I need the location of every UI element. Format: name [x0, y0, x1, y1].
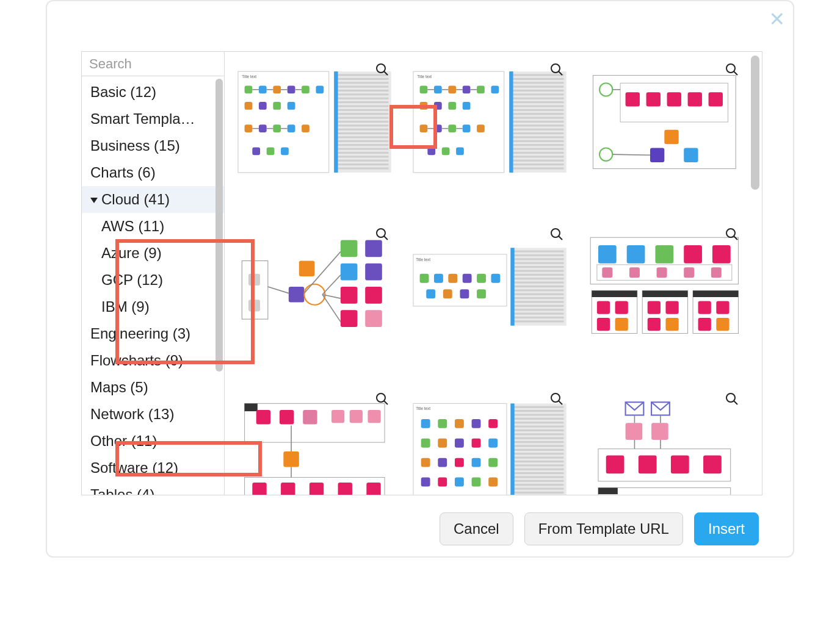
zoom-icon[interactable] [373, 390, 391, 408]
svg-rect-12 [245, 102, 253, 110]
svg-rect-91 [512, 86, 563, 88]
from-template-url-button[interactable]: From Template URL [524, 512, 683, 545]
svg-rect-93 [512, 93, 563, 95]
svg-rect-229 [283, 451, 299, 467]
svg-rect-227 [350, 410, 363, 423]
category-item[interactable]: Flowcharts (9) [82, 347, 224, 374]
svg-rect-97 [512, 109, 563, 111]
cancel-button[interactable]: Cancel [440, 512, 513, 545]
template-gallery: Title textTitle textTitle textTitle text [225, 52, 762, 495]
category-item[interactable]: Tables (4) [82, 481, 224, 495]
svg-rect-94 [512, 98, 563, 99]
chevron-down-icon [90, 198, 98, 203]
category-item[interactable]: IBM (9) [82, 293, 224, 320]
category-item[interactable]: Maps (5) [82, 374, 224, 401]
svg-rect-141 [365, 287, 382, 304]
svg-rect-260 [471, 478, 480, 487]
gallery-scrollbar[interactable] [751, 56, 759, 190]
svg-rect-299 [598, 488, 731, 495]
svg-rect-185 [513, 320, 563, 322]
svg-rect-18 [273, 124, 281, 132]
svg-line-3 [384, 71, 388, 75]
category-item[interactable]: Software (12) [82, 454, 224, 481]
close-button[interactable]: × [769, 6, 784, 32]
category-item[interactable]: GCP (12) [82, 267, 224, 293]
template-flowchart-blue-2[interactable]: Title text [411, 58, 569, 186]
category-item[interactable]: Network (13) [82, 401, 224, 428]
svg-rect-77 [427, 147, 435, 155]
template-flowchart-green-1[interactable]: Title text [411, 223, 569, 351]
template-flowchart-orange-1[interactable]: Title text [411, 387, 569, 495]
svg-rect-36 [336, 90, 388, 92]
category-item[interactable]: Cloud (41) [82, 186, 224, 213]
zoom-icon[interactable] [548, 225, 566, 243]
category-label: IBM (9) [101, 298, 150, 315]
svg-rect-271 [513, 437, 563, 439]
svg-rect-56 [336, 167, 388, 169]
svg-rect-45 [336, 124, 388, 126]
svg-rect-95 [512, 101, 563, 103]
svg-line-151 [322, 295, 341, 322]
svg-rect-13 [259, 102, 267, 110]
category-item[interactable]: Basic (12) [82, 79, 224, 106]
category-item[interactable]: Engineering (3) [82, 320, 224, 347]
svg-rect-108 [512, 152, 563, 154]
svg-rect-34 [336, 82, 388, 84]
svg-rect-158 [448, 274, 457, 283]
svg-rect-37 [336, 93, 388, 95]
svg-rect-250 [471, 439, 480, 448]
svg-rect-9 [288, 86, 295, 94]
template-flowchart-blue-1[interactable]: Title text [236, 58, 394, 186]
template-network-pink-1[interactable] [236, 387, 394, 495]
svg-rect-217 [698, 318, 711, 331]
zoom-icon[interactable] [373, 60, 391, 79]
category-item[interactable]: Other (11) [82, 428, 224, 454]
svg-rect-279 [513, 469, 563, 470]
search-field[interactable] [82, 52, 224, 76]
zoom-icon[interactable] [548, 60, 566, 79]
svg-rect-208 [643, 290, 688, 297]
svg-rect-11 [316, 86, 324, 94]
svg-rect-139 [365, 264, 382, 281]
category-item[interactable]: Smart Templa… [82, 106, 224, 132]
svg-rect-107 [512, 148, 563, 150]
template-aws-mail-1[interactable] [585, 387, 744, 495]
svg-point-238 [551, 393, 560, 402]
svg-rect-247 [421, 439, 430, 448]
zoom-icon[interactable] [373, 225, 391, 243]
svg-line-59 [559, 71, 562, 75]
template-aws-pink-1[interactable] [585, 58, 744, 186]
svg-rect-277 [513, 461, 563, 462]
svg-rect-133 [248, 274, 260, 286]
category-scroll: Basic (12)Smart Templa…Business (15)Char… [82, 76, 224, 495]
category-label: Smart Templa… [90, 110, 195, 127]
zoom-icon[interactable] [723, 225, 741, 243]
template-aws-pink-2[interactable] [585, 223, 744, 351]
zoom-icon[interactable] [723, 60, 741, 79]
svg-rect-67 [491, 86, 499, 94]
svg-rect-143 [365, 310, 382, 327]
template-thumbnail: Title text [411, 235, 569, 339]
category-item[interactable]: Business (15) [82, 132, 224, 159]
svg-rect-282 [513, 480, 563, 482]
category-label: AWS (11) [101, 218, 164, 234]
template-thumbnail [585, 235, 744, 339]
category-item[interactable]: Azure (9) [82, 240, 224, 267]
svg-rect-136 [341, 240, 358, 257]
category-item[interactable]: AWS (11) [82, 213, 224, 240]
insert-button[interactable]: Insert [694, 512, 759, 545]
sidebar-scrollbar[interactable] [215, 79, 223, 372]
category-item[interactable]: Charts (6) [82, 159, 224, 186]
zoom-icon[interactable] [723, 390, 741, 408]
zoom-icon[interactable] [548, 390, 566, 408]
svg-rect-54 [336, 160, 388, 162]
svg-rect-216 [717, 301, 730, 314]
category-label: GCP (12) [101, 271, 163, 288]
svg-rect-106 [512, 144, 563, 146]
template-aws-blocks-1[interactable] [236, 223, 394, 351]
template-thumbnail [585, 70, 744, 174]
svg-rect-233 [310, 483, 324, 495]
svg-rect-197 [629, 267, 640, 278]
svg-line-153 [559, 236, 562, 240]
svg-rect-145 [289, 287, 305, 303]
